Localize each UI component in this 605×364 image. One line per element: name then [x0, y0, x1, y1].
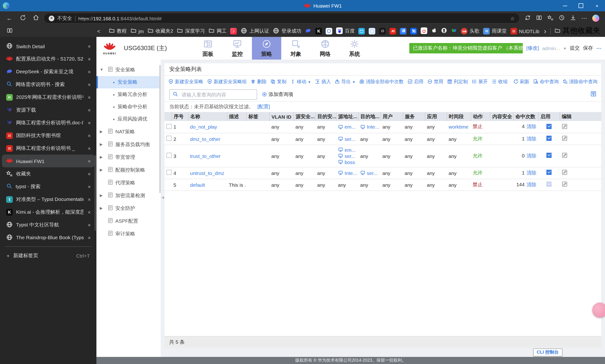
edit-pencil-icon[interactable] [562, 154, 568, 159]
browser-tab[interactable]: t对准类型 – Typst Documentation -× [2, 193, 94, 206]
app-tab-对象[interactable]: 对象 [281, 37, 310, 60]
address-object-link[interactable]: ser... [360, 170, 379, 176]
policy-name-link[interactable]: untrust_to_dmz [190, 170, 224, 176]
close-tab-icon[interactable]: × [87, 184, 92, 189]
home-button[interactable] [30, 13, 42, 24]
policy-name-link[interactable]: trust_to_other [190, 153, 221, 159]
expander-icon[interactable]: ▼ [100, 68, 105, 72]
browser-tab[interactable]: 收藏夹× [2, 167, 94, 180]
toolbar-button-清除全部命中次数[interactable]: 清除全部命中次数 [359, 78, 404, 85]
row-checkbox[interactable] [166, 153, 172, 158]
browser-tab[interactable]: Typst 中文社区导航× [2, 218, 94, 231]
tree-item-安全策略[interactable]: •安全策略 [96, 76, 161, 88]
minimize-button[interactable] [557, 0, 573, 11]
toolbar-button-清除命中查询[interactable]: 清除命中查询 [563, 78, 597, 85]
new-tab-button[interactable]: + 新建标签页 Ctrl+T [0, 249, 96, 262]
tree-group-代理策略[interactable]: 代理策略 [96, 176, 161, 189]
clear-hits-link[interactable]: 清除 [527, 181, 537, 188]
browser-tab[interactable]: Switch Detail× [2, 40, 94, 52]
address-object-link[interactable]: em... [338, 124, 356, 130]
tree-group-服务器负载均衡[interactable]: ▶服务器负载均衡 [96, 138, 161, 151]
bookmark-item[interactable]: ♪ [231, 28, 237, 34]
cli-console-button[interactable]: CLI 控制台 [533, 348, 563, 356]
toolbar-button-启用[interactable]: 启用 [407, 78, 424, 85]
downloads-icon[interactable] [567, 13, 579, 24]
bookmarks-overflow-icon[interactable]: › [544, 27, 546, 35]
row-checkbox[interactable] [166, 170, 172, 175]
close-tab-icon[interactable]: × [87, 222, 92, 228]
bookmark-item[interactable]: 译 [400, 28, 407, 35]
toolbar-button-收缩[interactable]: 收缩 [491, 78, 508, 85]
bookmark-item[interactable] [359, 28, 365, 34]
browser-tab[interactable]: in2025年网络工程需求分析说明书样× [2, 91, 94, 104]
row-checkbox[interactable] [166, 136, 172, 141]
enable-checkbox[interactable] [546, 136, 552, 141]
col-header-src-addr[interactable]: 源地址... [336, 112, 358, 121]
collapse-sidebar-icon[interactable]: < [97, 28, 100, 34]
browser-tab[interactable]: 资源下载× [2, 104, 94, 116]
enable-checkbox[interactable] [546, 182, 552, 187]
close-tab-icon[interactable]: × [87, 209, 92, 215]
tree-group-安全策略[interactable]: ▼安全策略 [96, 63, 161, 76]
address-object-link[interactable]: boss [338, 159, 356, 165]
clear-hits-link[interactable]: 清除 [527, 169, 537, 176]
cell-time[interactable]: worktime [449, 124, 468, 130]
browser-tab[interactable]: DeepSeek - 探索未至之境× [2, 65, 94, 78]
col-header-select[interactable] [165, 112, 172, 121]
bookmark-item[interactable]: 网工 [209, 27, 227, 35]
bookmark-item[interactable]: 教程 [109, 27, 127, 35]
app-tab-策略[interactable]: 策略 [252, 37, 281, 60]
app-tab-网络[interactable]: 网络 [310, 37, 340, 60]
col-header-seq[interactable]: 序号 [172, 112, 188, 121]
tree-group-NAT策略[interactable]: ▶NAT策略 [96, 125, 161, 138]
policy-name-link[interactable]: dmz_to_other [190, 136, 220, 142]
sync-icon[interactable] [522, 13, 533, 24]
toolbar-button-导出[interactable]: 导出▼ [335, 78, 355, 85]
toolbar-button-删除[interactable]: 删除 [250, 78, 267, 85]
address-object-link[interactable]: Inte... [360, 124, 379, 130]
refresh-button[interactable] [17, 13, 28, 24]
bookmark-item[interactable]: 登录成功 [273, 27, 301, 35]
address-object-link[interactable]: ser... [338, 136, 356, 142]
browser-tab[interactable]: 网络工程需求分析说明书 _× [2, 142, 94, 155]
edit-pencil-icon[interactable] [562, 182, 568, 188]
toolbar-button-禁用[interactable]: 禁用 [427, 78, 443, 85]
more-options-icon[interactable]: ⋯ [579, 13, 590, 24]
close-tab-icon[interactable]: × [87, 107, 92, 113]
add-query-button[interactable]: 添加查询项 [262, 91, 293, 98]
filter-icon[interactable] [590, 90, 596, 99]
other-bookmarks-folder[interactable]: 其他收藏夹 [554, 26, 600, 36]
browser-tab[interactable]: The Raindrop-Blue Book (Typst中文× [2, 231, 94, 244]
clear-hits-link[interactable]: 清除 [527, 153, 537, 159]
col-header-desc[interactable]: 描述 [227, 112, 246, 121]
split-screen-icon[interactable] [533, 13, 544, 24]
app-tab-监控[interactable]: 监控 [223, 37, 252, 60]
tree-group-配额控制策略[interactable]: ▶配额控制策略 [96, 164, 161, 176]
toolbar-button-复制[interactable]: 复制 [270, 78, 286, 85]
toolbar-button-插入[interactable]: 插入 [315, 78, 331, 85]
address-object-link[interactable]: ser... [338, 153, 356, 159]
history-icon[interactable] [556, 13, 567, 24]
col-header-tag[interactable]: 标签 [246, 112, 270, 121]
bookmark-item[interactable] [451, 27, 457, 35]
copilot-icon[interactable] [590, 13, 601, 24]
app-tab-系统[interactable]: 系统 [340, 37, 369, 60]
bookmark-item[interactable]: 雨课堂 [483, 28, 507, 34]
browser-tab-active[interactable]: Huawei FW1× [2, 155, 94, 167]
bookmark-item[interactable] [326, 28, 333, 34]
app-tab-面板[interactable]: 面板 [193, 37, 223, 60]
col-header-dst-addr[interactable]: 目的地... [358, 112, 381, 121]
tree-group-审计策略[interactable]: 审计策略 [96, 227, 161, 240]
favorites-icon[interactable] [544, 13, 556, 24]
browser-tab[interactable]: 网络需求说明书 - 搜索× [2, 78, 94, 91]
bookmark-item[interactable]: jm [130, 27, 144, 35]
close-tab-icon[interactable]: × [87, 235, 92, 240]
col-header-service[interactable]: 服务 [403, 112, 425, 121]
enable-checkbox[interactable] [546, 153, 552, 158]
search-input-wrap[interactable] [169, 89, 257, 100]
expander-icon[interactable]: ▶ [100, 130, 105, 134]
close-tab-icon[interactable]: × [87, 81, 92, 87]
col-header-src-zone[interactable]: 源安全... [294, 112, 315, 121]
tab-actions-icon[interactable] [4, 25, 15, 37]
col-header-action[interactable]: 动作 [471, 112, 490, 121]
